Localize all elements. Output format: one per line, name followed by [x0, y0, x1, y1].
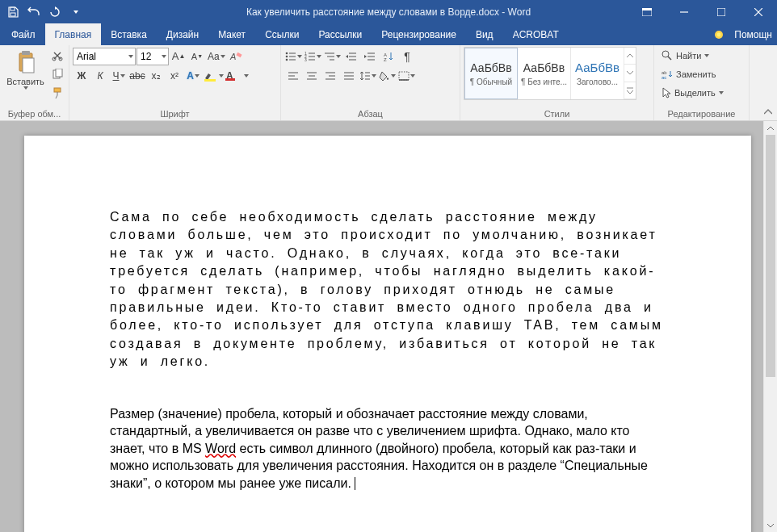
style-item-normal[interactable]: АаБбВв ¶ Обычный	[464, 48, 518, 99]
undo-button[interactable]	[24, 2, 44, 22]
subscript-button[interactable]: x₂	[147, 67, 165, 85]
copy-button[interactable]	[49, 65, 65, 83]
superscript-button[interactable]: x²	[166, 67, 183, 85]
style-item-heading1[interactable]: АаБбВв Заголово...	[571, 48, 624, 99]
title-bar: Как увеличить расстояние между словами в…	[0, 0, 777, 23]
font-size-combo[interactable]: 12	[136, 48, 169, 65]
shading-button[interactable]	[378, 67, 397, 85]
select-caret	[719, 91, 724, 94]
style-gallery: АаБбВв ¶ Обычный АаБбВв ¶ Без инте... Аа…	[464, 47, 636, 100]
save-button[interactable]	[3, 2, 23, 22]
svg-rect-16	[56, 69, 62, 77]
align-left-button[interactable]	[284, 67, 302, 85]
tab-references[interactable]: Ссылки	[255, 23, 309, 45]
underline-button[interactable]: Ч	[110, 67, 128, 85]
tab-acrobat[interactable]: ACROBAT	[503, 23, 569, 45]
grow-font-button[interactable]: A▲	[170, 48, 187, 65]
minimize-button[interactable]	[666, 0, 703, 23]
clear-formatting-button[interactable]: A	[227, 48, 245, 65]
change-case-button[interactable]: Aa	[207, 48, 226, 65]
change-case-label: Aa	[208, 51, 220, 62]
find-button[interactable]: Найти	[657, 47, 746, 65]
style-name-1: ¶ Без инте...	[521, 77, 567, 86]
strikethrough-button[interactable]: abc	[128, 67, 146, 85]
gallery-down[interactable]	[624, 65, 636, 82]
svg-rect-20	[204, 79, 216, 82]
font-name-combo[interactable]: Arial	[73, 48, 136, 65]
group-editing-label: Редактирование	[657, 107, 746, 120]
bold-button[interactable]: Ж	[73, 67, 90, 85]
style-item-nospacing[interactable]: АаБбВв ¶ Без инте...	[518, 48, 571, 99]
maximize-button[interactable]	[703, 0, 740, 23]
document-area: Сама по себе необходимость сделать расст…	[0, 121, 777, 532]
select-button[interactable]: Выделить	[657, 84, 746, 102]
svg-point-22	[286, 52, 288, 54]
ribbon: Вставить Буфер обм... Arial 12	[0, 45, 777, 121]
gallery-more[interactable]	[624, 82, 636, 99]
tell-me-icon[interactable]	[710, 26, 728, 44]
align-center-button[interactable]	[303, 67, 321, 85]
tab-design[interactable]: Дизайн	[157, 23, 208, 45]
multilevel-list-button[interactable]	[323, 48, 342, 65]
line-spacing-button[interactable]	[359, 67, 377, 85]
close-button[interactable]	[740, 0, 777, 23]
svg-line-64	[668, 57, 671, 60]
borders-button[interactable]	[397, 67, 416, 85]
group-clipboard: Вставить Буфер обм...	[0, 45, 69, 120]
align-right-button[interactable]	[321, 67, 339, 85]
justify-button[interactable]	[340, 67, 358, 85]
tab-layout[interactable]: Макет	[208, 23, 255, 45]
increase-indent-button[interactable]	[361, 48, 379, 65]
quick-access-toolbar	[0, 2, 89, 22]
tab-home[interactable]: Главная	[45, 23, 102, 45]
text-cursor	[355, 477, 355, 490]
style-preview-1: АаБбВв	[523, 61, 565, 74]
paste-button[interactable]: Вставить	[3, 47, 48, 92]
paragraph-2[interactable]: Размер (значение) пробела, который и обо…	[110, 405, 666, 492]
svg-rect-5	[717, 8, 725, 16]
gallery-up[interactable]	[624, 48, 636, 65]
italic-button[interactable]: К	[91, 67, 109, 85]
svg-rect-21	[225, 78, 235, 81]
window-title: Как увеличить расстояние между словами в…	[246, 6, 531, 18]
font-size-value: 12	[141, 51, 151, 62]
tab-view[interactable]: Вид	[466, 23, 503, 45]
sort-button[interactable]: AZ	[380, 48, 397, 65]
tab-mailings[interactable]: Рассылки	[309, 23, 372, 45]
style-preview-0: АаБбВв	[470, 61, 511, 74]
replace-button[interactable]: abac Заменить	[657, 65, 746, 83]
page[interactable]: Сама по себе необходимость сделать расст…	[24, 136, 751, 532]
font-color-button[interactable]: A	[225, 67, 250, 85]
tab-file[interactable]: Файл	[2, 23, 45, 45]
tab-review[interactable]: Рецензирование	[372, 23, 466, 45]
tab-insert[interactable]: Вставка	[101, 23, 157, 45]
scroll-up-button[interactable]	[764, 121, 777, 135]
format-painter-button[interactable]	[49, 84, 65, 102]
cut-button[interactable]	[49, 47, 65, 65]
bullets-button[interactable]	[284, 48, 303, 65]
numbering-button[interactable]: 123	[304, 48, 322, 65]
svg-text:3: 3	[304, 57, 307, 61]
highlight-button[interactable]	[203, 67, 225, 85]
svg-rect-19	[236, 52, 242, 57]
style-name-0: ¶ Обычный	[470, 77, 512, 86]
svg-text:A: A	[229, 52, 236, 61]
qat-customize[interactable]	[66, 2, 86, 22]
shrink-font-button[interactable]: A▼	[188, 48, 206, 65]
ribbon-display-options[interactable]	[628, 0, 666, 23]
show-marks-button[interactable]: ¶	[398, 48, 416, 65]
scroll-thumb[interactable]	[766, 135, 775, 377]
collapse-ribbon-button[interactable]	[761, 106, 775, 119]
group-styles: АаБбВв ¶ Обычный АаБбВв ¶ Без инте... Аа…	[460, 45, 654, 120]
paragraph-1[interactable]: Сама по себе необходимость сделать расст…	[110, 208, 666, 371]
svg-point-26	[286, 58, 288, 61]
group-paragraph-label: Абзац	[284, 107, 456, 120]
scroll-down-button[interactable]	[764, 518, 777, 532]
vertical-scrollbar[interactable]	[763, 121, 777, 532]
decrease-indent-button[interactable]	[342, 48, 360, 65]
paste-icon	[13, 49, 39, 75]
tell-me-label[interactable]: Помощн	[734, 29, 772, 40]
redo-button[interactable]	[45, 2, 65, 22]
svg-rect-1	[10, 13, 15, 16]
text-effects-button[interactable]: A	[184, 67, 202, 85]
